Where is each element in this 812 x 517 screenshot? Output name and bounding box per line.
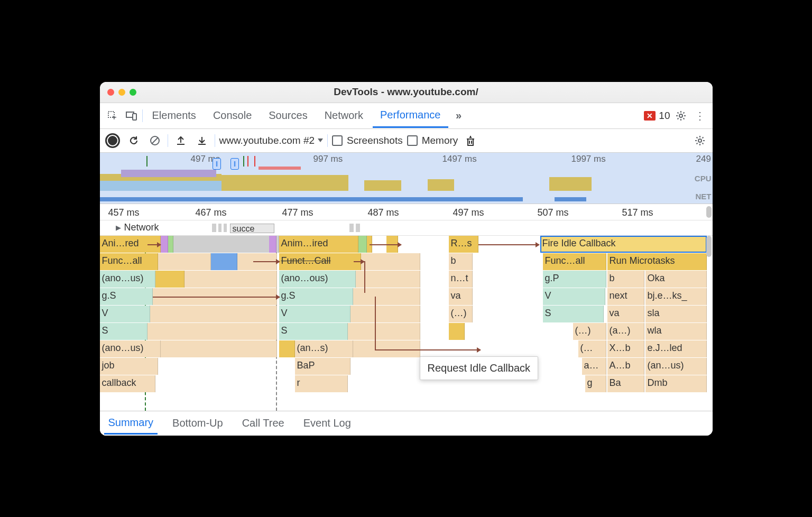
network-bar-label[interactable]: succe: [230, 224, 274, 233]
tab-network[interactable]: Network: [317, 104, 371, 127]
flame-event-selected[interactable]: Fire Idle Callback: [540, 236, 707, 253]
inspect-icon[interactable]: [104, 107, 121, 124]
clear-icon[interactable]: [146, 132, 163, 149]
kebab-menu-icon[interactable]: ⋮: [691, 107, 708, 124]
flame-event[interactable]: [147, 323, 277, 340]
flame-event[interactable]: X…b: [607, 340, 644, 357]
screenshots-checkbox[interactable]: [332, 135, 343, 146]
expand-icon[interactable]: ▶: [116, 224, 121, 232]
collect-garbage-icon[interactable]: [462, 132, 479, 149]
flame-event[interactable]: e.J…led: [645, 340, 707, 357]
flame-event[interactable]: (ano…ous): [279, 271, 356, 288]
range-handle-left[interactable]: [213, 158, 221, 170]
flame-event[interactable]: [161, 340, 277, 357]
flame-event[interactable]: callback: [100, 375, 155, 392]
flame-event[interactable]: g: [585, 375, 606, 392]
flame-event[interactable]: [353, 288, 420, 305]
flame-event[interactable]: bj.e…ks_: [645, 288, 707, 305]
tab-console[interactable]: Console: [206, 104, 259, 127]
flame-event[interactable]: r: [295, 375, 348, 392]
flame-event[interactable]: S: [543, 306, 604, 322]
flame-event[interactable]: g.S: [279, 288, 353, 305]
capture-settings-icon[interactable]: [691, 132, 708, 149]
scrollbar[interactable]: [706, 236, 712, 257]
flame-event[interactable]: [358, 236, 367, 253]
timeline-overview[interactable]: 497 ms 997 ms 1497 ms 1997 ms 249 CPU NE…: [100, 153, 713, 204]
flame-event[interactable]: S: [100, 323, 147, 340]
flame-event[interactable]: (ano…us): [100, 271, 155, 288]
more-tabs-icon[interactable]: »: [450, 107, 467, 124]
flame-event[interactable]: [269, 236, 276, 253]
flame-event[interactable]: Func…all: [543, 253, 606, 270]
flame-event[interactable]: (an…us): [645, 358, 707, 375]
flame-event[interactable]: Ba: [607, 375, 644, 392]
flame-event[interactable]: g.S: [100, 288, 153, 305]
flame-event[interactable]: b: [449, 253, 473, 270]
memory-checkbox[interactable]: [407, 135, 418, 146]
flame-event[interactable]: Funct…Call: [279, 253, 361, 270]
flame-event[interactable]: Anim…ired: [279, 236, 358, 253]
flame-event[interactable]: V: [100, 306, 150, 322]
flame-event[interactable]: [449, 323, 465, 340]
flame-event[interactable]: [361, 253, 420, 270]
flame-event[interactable]: va: [607, 306, 644, 322]
flame-event[interactable]: (an…s): [295, 340, 353, 357]
range-handle-right[interactable]: [230, 158, 239, 170]
flame-event[interactable]: V: [543, 288, 605, 305]
recording-select[interactable]: www.youtube.com #2: [219, 135, 324, 146]
network-track[interactable]: ▶ Network succe: [100, 220, 713, 236]
flame-event[interactable]: Oka: [645, 271, 707, 288]
flame-event[interactable]: sla: [645, 306, 707, 322]
flame-event[interactable]: [279, 340, 295, 357]
flame-event[interactable]: BaP: [295, 358, 350, 375]
flame-event[interactable]: wla: [645, 323, 707, 340]
flame-event[interactable]: g.P: [543, 271, 606, 288]
tab-elements[interactable]: Elements: [145, 104, 204, 127]
error-counter[interactable]: ✕ 10: [644, 110, 670, 122]
flame-event[interactable]: R…s: [449, 236, 478, 253]
flame-event[interactable]: job: [100, 358, 158, 375]
reload-icon[interactable]: [125, 132, 142, 149]
tab-call-tree[interactable]: Call Tree: [238, 413, 289, 433]
flame-event[interactable]: b: [607, 271, 644, 288]
device-toggle-icon[interactable]: [123, 107, 140, 124]
tab-event-log[interactable]: Event Log: [299, 413, 355, 433]
flame-event[interactable]: (…): [449, 306, 473, 322]
flame-event[interactable]: [168, 236, 173, 253]
flame-event[interactable]: Func…all: [100, 253, 158, 270]
tab-sources[interactable]: Sources: [261, 104, 315, 127]
flame-chart[interactable]: Ani…red Anim…ired R…s Fire Idle Callback…: [100, 236, 713, 411]
flame-event[interactable]: [353, 340, 420, 357]
flame-event[interactable]: V: [279, 306, 350, 322]
tab-bottom-up[interactable]: Bottom-Up: [168, 413, 227, 433]
flame-event[interactable]: [150, 306, 277, 322]
flame-event[interactable]: next: [607, 288, 644, 305]
scrollbar[interactable]: [706, 206, 712, 218]
flame-event[interactable]: n…t: [449, 271, 473, 288]
flame-event[interactable]: (…: [578, 340, 606, 357]
flame-event[interactable]: Run Microtasks: [607, 253, 707, 270]
flame-event[interactable]: [356, 271, 420, 288]
flame-event[interactable]: [158, 253, 211, 270]
flame-event[interactable]: a…: [582, 358, 606, 375]
settings-icon[interactable]: [672, 107, 689, 124]
flame-event[interactable]: A…b: [607, 358, 644, 375]
flame-event[interactable]: [173, 236, 279, 253]
flame-event[interactable]: (a…): [607, 323, 644, 340]
flame-event[interactable]: S: [279, 323, 348, 340]
flame-event[interactable]: [350, 306, 420, 322]
upload-icon[interactable]: [172, 132, 189, 149]
download-icon[interactable]: [193, 132, 210, 149]
flame-event[interactable]: [211, 253, 237, 270]
flame-event[interactable]: Dmb: [645, 375, 707, 392]
flame-event[interactable]: [184, 271, 277, 288]
flame-event[interactable]: [161, 236, 168, 253]
flame-event[interactable]: va: [449, 288, 473, 305]
flame-event[interactable]: [348, 323, 420, 340]
record-button[interactable]: [104, 132, 121, 149]
flame-event[interactable]: [155, 271, 184, 288]
flame-event[interactable]: (…): [573, 323, 606, 340]
time-ruler[interactable]: 457 ms 467 ms 477 ms 487 ms 497 ms 507 m…: [100, 204, 713, 220]
flame-event[interactable]: (ano…us): [100, 340, 161, 357]
tab-performance[interactable]: Performance: [373, 104, 448, 128]
